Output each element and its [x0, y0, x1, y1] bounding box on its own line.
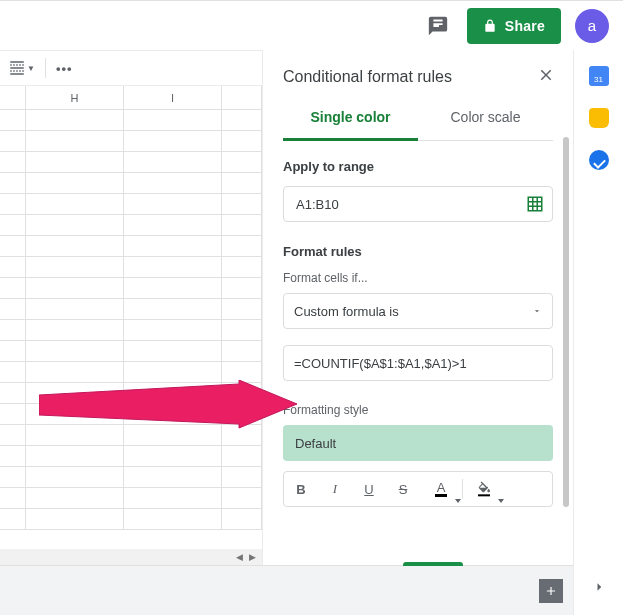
column-header-i[interactable]: I — [124, 86, 222, 109]
range-field[interactable] — [283, 186, 553, 222]
tasks-icon[interactable] — [589, 150, 609, 170]
format-cells-if-label: Format cells if... — [283, 271, 553, 285]
italic-button[interactable]: I — [318, 472, 352, 506]
toolbar-divider — [45, 58, 46, 78]
text-color-button[interactable]: A — [420, 472, 462, 506]
tab-single-color[interactable]: Single color — [283, 97, 418, 141]
header-bar: Share a — [0, 0, 623, 50]
column-header-h[interactable]: H — [26, 86, 124, 109]
chevron-down-icon — [532, 304, 542, 319]
formula-value: =COUNTIF($A$1:$A1,$A1)>1 — [294, 356, 467, 371]
condition-select[interactable]: Custom formula is — [283, 293, 553, 329]
toolbar-more-button[interactable]: ••• — [54, 59, 75, 78]
underline-button[interactable]: U — [352, 472, 386, 506]
paint-bucket-icon — [476, 481, 492, 497]
chevron-down-icon — [455, 499, 461, 503]
lock-icon — [483, 19, 497, 33]
svg-rect-0 — [478, 494, 490, 496]
collapse-rail-button[interactable] — [590, 578, 608, 615]
tab-color-scale[interactable]: Color scale — [418, 97, 553, 140]
calendar-icon[interactable] — [589, 66, 609, 86]
fill-color-button[interactable] — [463, 472, 505, 506]
bold-button[interactable]: B — [284, 472, 318, 506]
panel-scrollbar[interactable] — [563, 137, 569, 507]
account-avatar[interactable]: a — [575, 9, 609, 43]
style-preview[interactable]: Default — [283, 425, 553, 461]
scroll-right-icon[interactable]: ▶ — [249, 552, 256, 562]
range-input[interactable] — [294, 196, 524, 213]
share-label: Share — [505, 18, 545, 34]
keep-icon[interactable] — [589, 108, 609, 128]
condition-value: Custom formula is — [294, 304, 399, 319]
done-button-peek[interactable] — [403, 562, 463, 566]
bottom-bar — [0, 565, 573, 615]
scroll-left-icon[interactable]: ◀ — [236, 552, 243, 562]
explore-button[interactable] — [539, 579, 563, 603]
conditional-format-panel: Conditional format rules Single color Co… — [262, 50, 573, 565]
panel-tabs: Single color Color scale — [283, 97, 553, 141]
share-button[interactable]: Share — [467, 8, 561, 44]
panel-title: Conditional format rules — [283, 68, 452, 86]
avatar-letter: a — [588, 17, 596, 34]
side-rail — [573, 50, 623, 615]
comments-button[interactable] — [423, 11, 453, 41]
column-header-next[interactable] — [222, 86, 262, 109]
chevron-down-icon — [498, 499, 504, 503]
strikethrough-button[interactable]: S — [386, 472, 420, 506]
formatting-style-label: Formatting style — [283, 403, 553, 417]
style-preview-text: Default — [295, 436, 336, 451]
select-range-icon[interactable] — [524, 193, 546, 215]
apply-to-range-label: Apply to range — [283, 159, 553, 174]
column-header-blank — [0, 86, 26, 109]
grid-rows[interactable] — [0, 110, 262, 530]
format-toolbar: B I U S A — [283, 471, 553, 507]
spreadsheet-grid[interactable]: H I ◀ ▶ — [0, 86, 262, 565]
format-rules-label: Format rules — [283, 244, 553, 259]
borders-button[interactable]: ▼ — [6, 57, 37, 79]
formula-field[interactable]: =COUNTIF($A$1:$A1,$A1)>1 — [283, 345, 553, 381]
plus-icon — [544, 584, 558, 598]
close-panel-button[interactable] — [537, 66, 555, 87]
horizontal-scrollbar[interactable]: ◀ ▶ — [0, 549, 262, 565]
